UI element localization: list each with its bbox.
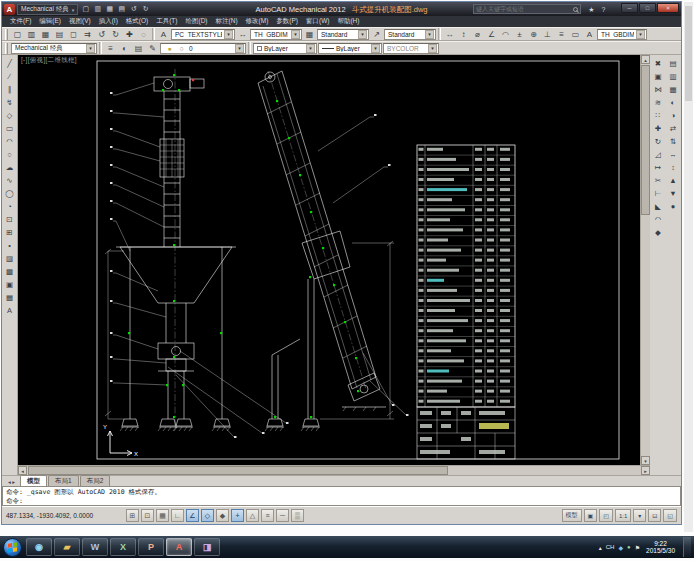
fillet-icon[interactable]: ◠ — [652, 213, 665, 225]
measure-icon[interactable]: ↕ — [667, 161, 680, 173]
construction-line-icon[interactable]: ∕ — [3, 70, 16, 82]
text-style-icon[interactable]: A — [157, 28, 170, 40]
menu-8[interactable]: 修改(M) — [242, 17, 273, 26]
windows-explorer-icon[interactable]: ▰ — [54, 538, 80, 556]
network-icon[interactable]: ● — [627, 544, 631, 550]
menu-11[interactable]: 帮助(H) — [333, 17, 363, 26]
draworder-front-icon[interactable]: ▤ — [667, 57, 680, 69]
trim-icon[interactable]: ✂ — [652, 174, 665, 186]
dim-style-icon[interactable]: ↔ — [236, 28, 249, 40]
spline-icon[interactable]: ∿ — [3, 174, 16, 186]
dynamic-ucs-icon[interactable]: △ — [246, 509, 259, 522]
vertical-scrollbar[interactable] — [640, 55, 650, 465]
rotate-icon[interactable]: ↻ — [652, 135, 665, 147]
minimize-button[interactable]: ─ — [621, 3, 638, 13]
word-icon[interactable]: W — [82, 538, 108, 556]
save-icon[interactable]: ▦ — [39, 28, 52, 40]
rectangle-icon[interactable]: ▭ — [3, 122, 16, 134]
chevron-down-icon[interactable] — [428, 44, 437, 53]
ellipse-icon[interactable]: ◯ — [3, 187, 16, 199]
windows-media-player-icon[interactable]: ◉ — [26, 538, 52, 556]
dim-continue-icon[interactable]: ≡ — [555, 28, 568, 40]
action-center-icon[interactable]: ⚑ — [635, 544, 640, 551]
tab-nav-buttons[interactable] — [6, 478, 17, 486]
toolbar-grip[interactable] — [5, 29, 8, 40]
point-icon[interactable]: • — [3, 239, 16, 251]
mirror-icon[interactable]: ⋈ — [652, 83, 665, 95]
infer-constraints-icon[interactable]: ⊞ — [126, 509, 139, 522]
new-icon[interactable]: ▢ — [11, 28, 24, 40]
chevron-down-icon[interactable] — [425, 30, 434, 39]
circle-icon[interactable]: ○ — [3, 148, 16, 160]
menu-7[interactable]: 标注(N) — [212, 17, 242, 26]
help-icon[interactable]: ? — [598, 4, 609, 15]
scroll-left-arrow[interactable] — [18, 466, 27, 475]
object-snap-icon[interactable]: ◇ — [201, 509, 214, 522]
scale-icon[interactable]: ◿ — [652, 148, 665, 160]
dim-edit-icon[interactable]: ▭ — [569, 28, 582, 40]
drawing-canvas[interactable]: Y X [-][俯视][二维线框] — [18, 55, 640, 465]
object-snap-3d-icon[interactable]: ◆ — [216, 509, 229, 522]
menu-5[interactable]: 工具(T) — [152, 17, 181, 26]
divide-icon[interactable]: ● — [667, 200, 680, 212]
plotstyle-combo[interactable]: BYCOLOR — [383, 43, 439, 54]
dim-tolerance-icon[interactable]: ± — [513, 28, 526, 40]
move-down-icon[interactable]: ▼ — [667, 187, 680, 199]
workspace-switcher[interactable]: Mechanical 经典 — [17, 4, 78, 15]
new-icon[interactable]: ▢ — [80, 4, 91, 15]
match-properties-icon[interactable]: ✎ — [146, 42, 159, 54]
chamfer-icon[interactable]: ◣ — [652, 200, 665, 212]
ungroup-icon[interactable]: ◐ — [667, 96, 680, 108]
tab-模型[interactable]: 模型 — [20, 475, 47, 486]
start-button[interactable] — [3, 538, 22, 557]
maximize-button[interactable]: □ — [639, 3, 656, 13]
chevron-down-icon[interactable] — [306, 44, 315, 53]
image-viewer-icon[interactable]: ◨ — [194, 538, 220, 556]
outer-scrollbar[interactable] — [684, 2, 693, 532]
color-combo[interactable]: ByLayer — [253, 43, 317, 54]
menu-10[interactable]: 窗口(W) — [302, 17, 333, 26]
coordinates-readout[interactable]: 487.1334, -1930.4092, 0.0000 — [6, 512, 124, 519]
outer-scrollbar-thumb[interactable] — [685, 6, 692, 101]
model-space[interactable]: 模型 — [562, 509, 582, 522]
dynamic-input-icon[interactable]: ≡ — [261, 509, 274, 522]
text-style-combo[interactable]: PC_TEXTSTYLE — [171, 29, 235, 40]
array-icon[interactable]: ∷ — [652, 109, 665, 121]
vertical-scrollbar-thumb[interactable] — [641, 65, 650, 215]
security-center-icon[interactable]: ◆ — [618, 544, 623, 551]
move-icon[interactable]: ✚ — [652, 122, 665, 134]
plot-icon[interactable]: ▤ — [53, 28, 66, 40]
menu-3[interactable]: 插入(I) — [95, 17, 122, 26]
annotation-visibility-icon[interactable]: ▾ — [633, 509, 646, 522]
mleader-style-icon[interactable]: ↗ — [370, 28, 383, 40]
layer-combo[interactable]: ●○ 0 — [160, 43, 246, 54]
multiline-icon[interactable]: ∥ — [3, 83, 16, 95]
menu-0[interactable]: 文件(F) — [6, 17, 35, 26]
object-snap-tracking-icon[interactable]: + — [231, 509, 244, 522]
dim-style-combo[interactable]: TH_GBDIM — [250, 29, 302, 40]
polar-tracking-icon[interactable]: ∠ — [186, 509, 199, 522]
chevron-down-icon[interactable] — [358, 30, 367, 39]
chevron-down-icon[interactable] — [86, 44, 95, 53]
arc-icon[interactable]: ◠ — [3, 135, 16, 147]
dim-text-edit-icon[interactable]: A — [583, 28, 596, 40]
edit-spline-icon[interactable]: ⇄ — [667, 122, 680, 134]
chevron-down-icon[interactable] — [235, 44, 244, 53]
quick-properties-icon[interactable]: ▒ — [291, 509, 304, 522]
dim-angular-icon[interactable]: ∠ — [485, 28, 498, 40]
ime-language[interactable]: CH — [606, 544, 615, 550]
copy-icon[interactable]: ▣ — [652, 70, 665, 82]
ellipse-arc-icon[interactable]: ◔ — [3, 200, 16, 212]
autocad-logo-icon[interactable]: A — [4, 4, 15, 15]
erase-icon[interactable]: ✖ — [652, 57, 665, 69]
stretch-icon[interactable]: ↦ — [652, 161, 665, 173]
explode-icon[interactable]: ◆ — [652, 226, 665, 238]
region-icon[interactable]: ▣ — [3, 278, 16, 290]
layer-properties-icon[interactable]: ≡ — [104, 42, 117, 54]
menu-9[interactable]: 参数(P) — [272, 17, 302, 26]
open-icon[interactable]: ▥ — [25, 28, 38, 40]
group-icon[interactable]: ▦ — [667, 83, 680, 95]
multiline-text-icon[interactable]: A — [3, 304, 16, 316]
menu-6[interactable]: 绘图(D) — [182, 17, 212, 26]
autocad-icon[interactable]: A — [166, 538, 192, 556]
